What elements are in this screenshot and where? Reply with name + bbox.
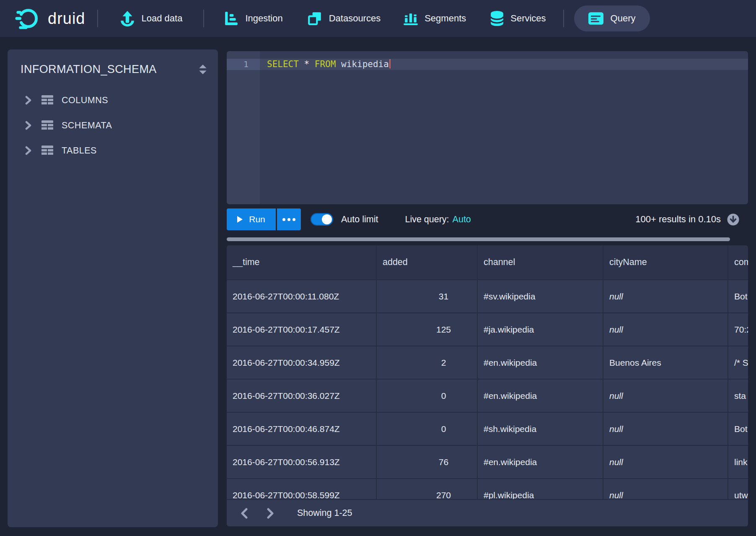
table-cell[interactable]: #sh.wikipedia	[478, 413, 603, 445]
brand-name: druid	[48, 10, 85, 28]
table-cell[interactable]: 2016-06-27T00:00:34.959Z	[227, 346, 377, 379]
nav-divider	[97, 10, 98, 27]
table-icon	[41, 146, 53, 156]
run-button-label: Run	[249, 214, 265, 224]
run-toolbar: Run Auto limit Live query:Auto 100+ resu…	[227, 208, 748, 230]
column-header-comment[interactable]: comment	[728, 245, 748, 279]
nav-item-segments[interactable]: Segments	[404, 12, 466, 25]
table-cell[interactable]: Bot	[728, 280, 748, 312]
nav-divider	[203, 10, 204, 27]
table-cell[interactable]: 76	[377, 446, 478, 478]
nav-item-datasources[interactable]: Datasources	[307, 11, 381, 26]
druid-logo[interactable]: druid	[15, 8, 85, 29]
table-cell[interactable]: sta	[728, 380, 748, 412]
table-cell[interactable]: 0	[377, 413, 478, 445]
sql-keyword: SELECT	[267, 59, 299, 69]
table-cell[interactable]: 2	[377, 346, 478, 379]
live-query: Live query:Auto	[405, 214, 471, 225]
toggle-knob	[322, 214, 332, 224]
nav-item-query[interactable]: Query	[574, 5, 650, 31]
sql-query-text[interactable]: SELECT * FROM wikipedia	[267, 59, 391, 70]
horizontal-scrollbar[interactable]	[227, 237, 730, 241]
results-summary: 100+ results in 0.10s	[635, 214, 721, 225]
table-row: 2016-06-27T00:00:17.457Z125#ja.wikipedia…	[227, 313, 748, 346]
datasources-icon	[307, 11, 322, 26]
sort-double-caret-icon[interactable]	[199, 65, 207, 75]
next-page-button[interactable]	[262, 505, 279, 522]
ellipsis-icon	[282, 218, 295, 221]
text-cursor	[389, 59, 391, 68]
table-cell[interactable]: 2016-06-27T00:00:11.080Z	[227, 280, 377, 312]
table-cell[interactable]: null	[603, 413, 728, 445]
tree-item-label: SCHEMATA	[62, 120, 112, 131]
table-row: 2016-06-27T00:00:34.959Z2#en.wikipediaBu…	[227, 346, 748, 380]
sql-star: *	[304, 59, 310, 69]
schema-sidebar: INFORMATION_SCHEMA	[8, 49, 218, 527]
tree-item-columns[interactable]: COLUMNS	[8, 88, 218, 113]
chevron-right-icon[interactable]	[25, 96, 31, 105]
table-cell[interactable]: 31	[377, 280, 478, 312]
table-cell[interactable]: #en.wikipedia	[478, 446, 603, 478]
table-cell[interactable]: 2016-06-27T00:00:36.027Z	[227, 380, 377, 412]
table-cell[interactable]: link	[728, 446, 748, 478]
run-button[interactable]: Run	[227, 208, 276, 230]
table-row: 2016-06-27T00:00:46.874Z0#sh.wikipedianu…	[227, 413, 748, 446]
tree-item-schemata[interactable]: SCHEMATA	[8, 113, 218, 138]
sql-identifier: wikipedia	[341, 59, 389, 69]
play-icon	[237, 216, 243, 223]
previous-page-button[interactable]	[236, 505, 253, 522]
table-cell[interactable]: null	[603, 446, 728, 478]
query-icon	[588, 12, 603, 25]
table-row: 2016-06-27T00:00:11.080Z31#sv.wikipedian…	[227, 280, 748, 313]
table-cell[interactable]: #en.wikipedia	[478, 346, 603, 379]
table-cell[interactable]: #sv.wikipedia	[478, 280, 603, 312]
nav-item-services[interactable]: Services	[490, 11, 546, 26]
table-cell[interactable]: #en.wikipedia	[478, 380, 603, 412]
column-header--time[interactable]: __time	[227, 245, 377, 279]
column-header-added[interactable]: added	[377, 245, 478, 279]
results-header-row: __timeaddedchannelcityNamecomment	[227, 245, 748, 280]
nav-item-label: Load data	[142, 13, 183, 24]
table-cell[interactable]: 2016-06-27T00:00:56.913Z	[227, 446, 377, 478]
query-results-panel: __timeaddedchannelcityNamecomment 2016-0…	[227, 245, 748, 526]
download-icon[interactable]	[727, 213, 740, 226]
line-number: 1	[227, 59, 249, 70]
run-more-options-button[interactable]	[277, 208, 301, 230]
table-cell[interactable]: #ja.wikipedia	[478, 313, 603, 346]
ingestion-icon	[224, 12, 238, 25]
top-navigation: druid Load data Ingestion	[0, 0, 756, 37]
table-cell[interactable]: null	[603, 380, 728, 412]
column-header-cityname[interactable]: cityName	[603, 245, 728, 279]
nav-item-label: Ingestion	[245, 13, 282, 24]
nav-item-load-data[interactable]: Load data	[120, 10, 183, 26]
live-query-label: Live query:	[405, 214, 449, 224]
table-cell[interactable]: 0	[377, 380, 478, 412]
results-body: 2016-06-27T00:00:11.080Z31#sv.wikipedian…	[227, 280, 748, 512]
segments-icon	[404, 12, 418, 25]
chevron-right-icon[interactable]	[25, 121, 31, 130]
table-cell[interactable]: 2016-06-27T00:00:17.457Z	[227, 313, 377, 346]
table-cell[interactable]: 125	[377, 313, 478, 346]
tree-item-tables[interactable]: TABLES	[8, 138, 218, 163]
sql-keyword: FROM	[315, 59, 336, 69]
table-cell[interactable]: 2016-06-27T00:00:46.874Z	[227, 413, 377, 445]
table-cell[interactable]: null	[603, 280, 728, 312]
table-icon	[41, 120, 53, 130]
column-header-channel[interactable]: channel	[478, 245, 603, 279]
table-cell[interactable]: null	[603, 313, 728, 346]
table-cell[interactable]: Buenos Aires	[603, 346, 728, 379]
table-icon	[41, 95, 53, 105]
table-cell[interactable]: Bot	[728, 413, 748, 445]
nav-item-ingestion[interactable]: Ingestion	[224, 12, 282, 25]
auto-limit-label: Auto limit	[341, 214, 378, 225]
live-query-value[interactable]: Auto	[453, 214, 471, 224]
table-cell[interactable]: 70:2	[728, 313, 748, 346]
chevron-right-icon[interactable]	[25, 146, 31, 155]
schema-tree: COLUMNS SCHEMATA	[8, 88, 218, 163]
table-cell[interactable]: /* S	[728, 346, 748, 379]
auto-limit-toggle[interactable]	[311, 213, 333, 226]
druid-logo-icon	[15, 8, 41, 29]
tree-item-label: TABLES	[62, 146, 97, 156]
nav-item-label: Datasources	[329, 13, 381, 24]
sql-editor[interactable]: 1 SELECT * FROM wikipedia	[227, 51, 748, 204]
